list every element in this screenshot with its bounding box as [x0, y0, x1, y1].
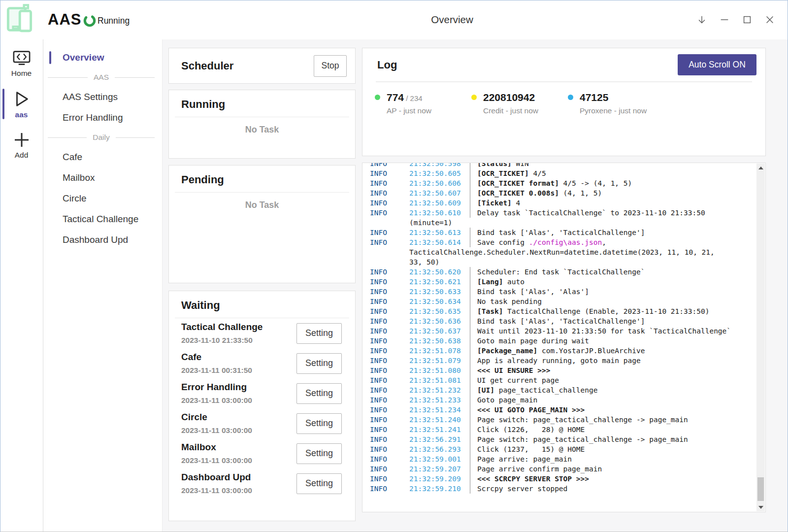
task-next-run-time: 2023-11-11 03:00:00 [181, 456, 252, 465]
sidebar-item-mailbox[interactable]: Mailbox [43, 167, 162, 188]
rail-item-aas[interactable]: aas [0, 88, 43, 121]
plus-icon [13, 131, 31, 149]
setting-button-mailbox[interactable]: Setting [296, 443, 342, 464]
log-panel[interactable]: INFO21:32:50.598[Status] WININFO21:32:50… [362, 163, 766, 512]
log-line: INFO21:32:59.207Page arrive confirm page… [370, 464, 765, 474]
waiting-title: Waiting [181, 299, 355, 312]
rail-label: Home [11, 69, 32, 78]
task-name: Mailbox [181, 442, 252, 453]
scroll-up-button[interactable] [756, 164, 765, 172]
waiting-task-error-handling: Error Handling2023-11-11 03:00:00Setting [169, 378, 355, 408]
log-line: INFO21:32:50.634No task pending [370, 297, 765, 306]
sidebar-item-label: Mailbox [63, 172, 95, 183]
log-line: INFO21:32:50.621[Lang] auto [370, 277, 765, 287]
menu-section-divider-aas: AAS [43, 68, 162, 87]
triangle-down-icon [758, 506, 763, 509]
waiting-task-mailbox: Mailbox2023-11-11 03:00:00Setting [169, 438, 355, 468]
down-arrow-icon [696, 14, 707, 25]
task-next-run-time: 2023-11-11 03:00:00 [181, 426, 252, 435]
log-line: INFO21:32:51.240Page switch: page_tactic… [370, 415, 765, 425]
sidebar-item-dashboard-upd[interactable]: Dashboard Upd [43, 230, 162, 250]
log-line: INFO21:32:56.293Click (1237, 15) @ HOME [370, 444, 765, 454]
pending-empty-text: No Task [169, 200, 355, 210]
waiting-card: Waiting Tactical Challenge2023-11-10 21:… [168, 291, 356, 521]
log-line: INFO21:32:51.081UI get current page [370, 375, 765, 385]
log-card: Log Auto Scroll ON 774 / 234AP - just no… [362, 48, 766, 156]
setting-button-tactical-challenge[interactable]: Setting [296, 323, 342, 344]
stat-value: 774 / 234 [387, 92, 431, 103]
sidebar-item-aas-settings[interactable]: AAS Settings [43, 87, 162, 107]
sidebar-item-label: Dashboard Upd [63, 234, 128, 245]
setting-button-circle[interactable]: Setting [296, 413, 342, 434]
waiting-task-tactical-challenge: Tactical Challenge2023-11-10 21:33:50Set… [169, 318, 355, 348]
task-next-run-time: 2023-11-11 03:00:00 [181, 396, 252, 405]
sidebar-item-tactical-challenge[interactable]: Tactical Challenge [43, 209, 162, 230]
stat-credit: 220810942Credit - just now [471, 92, 568, 115]
rail-item-add[interactable]: Add [0, 129, 43, 162]
running-empty-text: No Task [169, 125, 355, 135]
log-line: INFO21:32:50.633Bind task ['Alas', 'Alas… [370, 287, 765, 297]
minimize-button[interactable] [713, 9, 736, 31]
sidebar-item-label: AAS Settings [63, 92, 118, 102]
task-next-run-time: 2023-11-10 21:33:50 [181, 336, 263, 345]
setting-button-dashboard-upd[interactable]: Setting [296, 473, 342, 494]
auto-scroll-button[interactable]: Auto Scroll ON [678, 54, 756, 75]
task-next-run-time: 2023-11-11 00:31:50 [181, 366, 252, 375]
sidebar-item-label: Tactical Challenge [63, 214, 138, 225]
page-title: Overview [431, 14, 473, 26]
log-line: INFO21:32:50.598[Status] WIN [370, 163, 765, 168]
log-line: INFO21:32:50.606[OCR_TICKET format] 4/5 … [370, 178, 765, 188]
scrollbar-thumb[interactable] [757, 477, 764, 501]
running-title: Running [181, 98, 355, 111]
maximize-button[interactable] [736, 9, 758, 31]
log-line: INFO21:32:51.232[UI] page_tactical_chall… [370, 385, 765, 395]
window-controls [690, 9, 781, 31]
rail-item-home[interactable]: Home [0, 48, 43, 80]
sidebar-item-overview[interactable]: Overview [43, 47, 162, 68]
sidebar-item-label: Overview [63, 52, 104, 63]
sidebar-item-circle[interactable]: Circle [43, 188, 162, 209]
sidebar-item-error-handling[interactable]: Error Handling [43, 107, 162, 128]
setting-button-cafe[interactable]: Setting [296, 353, 342, 374]
task-name: Cafe [181, 352, 252, 363]
log-line: INFO21:32:50.605[OCR_TICKET] 4/5 [370, 168, 765, 178]
log-title: Log [377, 59, 397, 71]
app-name: AAS [48, 11, 81, 29]
log-line: INFO21:32:50.613Bind task ['Alas', 'Tact… [370, 228, 765, 237]
scroll-down-button[interactable] [756, 503, 765, 511]
log-line: INFO21:32:50.609[Ticket] 4 [370, 198, 765, 208]
stat-dot-icon [568, 95, 573, 100]
sidebar-item-cafe[interactable]: Cafe [43, 147, 162, 167]
task-name: Error Handling [181, 382, 252, 393]
sidebar-menu: OverviewAASAAS SettingsError HandlingDai… [43, 39, 163, 532]
waiting-task-cafe: Cafe2023-11-11 00:31:50Setting [169, 348, 355, 378]
divider [175, 192, 349, 193]
triangle-up-icon [758, 166, 763, 169]
sidebar-item-label: Cafe [63, 152, 82, 163]
sidebar-item-label: Circle [63, 193, 87, 204]
log-line: INFO21:32:50.637Wait until 2023-11-10 21… [370, 326, 765, 336]
log-scrollbar[interactable] [756, 164, 765, 511]
log-line: INFO21:32:51.234<<< UI GOTO PAGE_MAIN >>… [370, 405, 765, 415]
menu-section-divider-daily: Daily [43, 128, 162, 147]
log-line: (minute=1) [370, 218, 765, 228]
close-button[interactable] [758, 9, 781, 31]
hide-to-tray-button[interactable] [690, 9, 713, 31]
log-line: INFO21:32:50.614Save config ./config\aas… [370, 237, 765, 247]
log-line: INFO21:32:50.636Bind task ['Alas', 'Tact… [370, 316, 765, 326]
waiting-task-circle: Circle2023-11-11 03:00:00Setting [169, 408, 355, 438]
stat-caption: Pyroxene - just now [580, 106, 647, 115]
stop-button[interactable]: Stop [314, 55, 347, 77]
log-line: INFO21:32:51.078[Package_name] com.Yosta… [370, 346, 765, 356]
pending-card: Pending No Task [168, 165, 356, 283]
active-indicator-bar [49, 51, 51, 64]
sidebar-item-label: Error Handling [63, 112, 123, 123]
log-line: INFO21:32:50.610Delay task `TacticalChal… [370, 208, 765, 218]
task-name: Circle [181, 412, 252, 423]
waiting-task-list: Tactical Challenge2023-11-10 21:33:50Set… [169, 318, 355, 499]
setting-button-error-handling[interactable]: Setting [296, 383, 342, 404]
log-line: TacticalChallenge.Scheduler.NextRun=date… [370, 247, 765, 257]
waiting-task-dashboard-upd: Dashboard Upd2023-11-11 03:00:00Setting [169, 468, 355, 499]
minimize-icon [719, 14, 730, 25]
scheduler-title: Scheduler [181, 60, 233, 72]
